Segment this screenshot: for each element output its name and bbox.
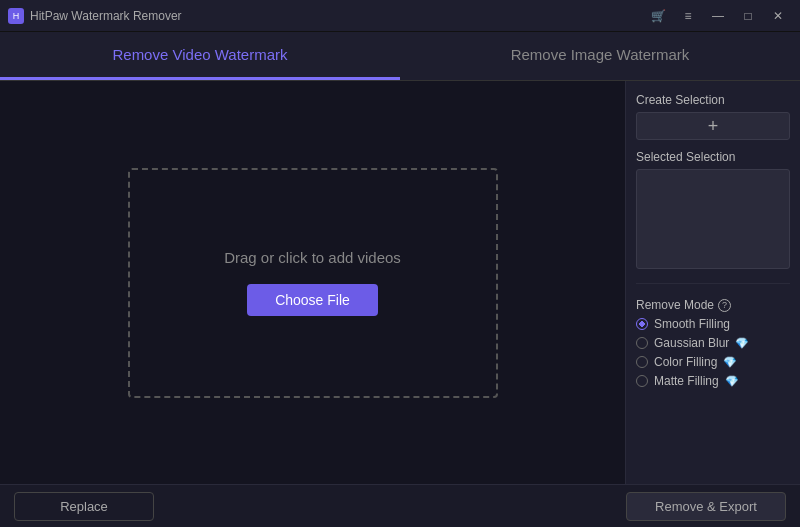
selected-selection-label: Selected Selection bbox=[636, 150, 790, 164]
remove-export-button[interactable]: Remove & Export bbox=[626, 492, 786, 521]
restore-button[interactable]: □ bbox=[734, 6, 762, 26]
menu-button[interactable]: ≡ bbox=[674, 6, 702, 26]
selected-selection-box bbox=[636, 169, 790, 269]
mode-gaussian[interactable]: Gaussian Blur 💎 bbox=[636, 336, 790, 350]
bottom-bar: Replace Remove & Export bbox=[0, 484, 800, 527]
create-selection-button[interactable]: + bbox=[636, 112, 790, 140]
tab-video[interactable]: Remove Video Watermark bbox=[0, 32, 400, 80]
divider bbox=[636, 283, 790, 284]
window-controls: 🛒 ≡ — □ ✕ bbox=[644, 6, 792, 26]
create-selection-label: Create Selection bbox=[636, 93, 790, 107]
title-bar: H HitPaw Watermark Remover 🛒 ≡ — □ ✕ bbox=[0, 0, 800, 32]
gem-icon-matte: 💎 bbox=[725, 375, 739, 388]
info-icon: ? bbox=[718, 299, 731, 312]
choose-file-button[interactable]: Choose File bbox=[247, 284, 378, 316]
radio-matte[interactable] bbox=[636, 375, 648, 387]
minimize-button[interactable]: — bbox=[704, 6, 732, 26]
replace-button[interactable]: Replace bbox=[14, 492, 154, 521]
drop-zone-text: Drag or click to add videos bbox=[224, 249, 401, 266]
close-button[interactable]: ✕ bbox=[764, 6, 792, 26]
content-area: Drag or click to add videos Choose File bbox=[0, 81, 625, 484]
radio-gaussian[interactable] bbox=[636, 337, 648, 349]
mode-smooth[interactable]: Smooth Filling bbox=[636, 317, 790, 331]
remove-mode-section: Remove Mode ? Smooth Filling Gaussian Bl… bbox=[636, 298, 790, 388]
create-selection-section: Create Selection + bbox=[636, 93, 790, 140]
app-title: HitPaw Watermark Remover bbox=[30, 9, 182, 23]
right-panel: Create Selection + Selected Selection Re… bbox=[625, 81, 800, 484]
selected-selection-section: Selected Selection bbox=[636, 150, 790, 269]
drop-zone[interactable]: Drag or click to add videos Choose File bbox=[128, 168, 498, 398]
gem-icon-color: 💎 bbox=[723, 356, 737, 369]
gem-icon-gaussian: 💎 bbox=[735, 337, 749, 350]
tab-bar: Remove Video Watermark Remove Image Wate… bbox=[0, 32, 800, 81]
remove-mode-label: Remove Mode ? bbox=[636, 298, 790, 312]
title-bar-left: H HitPaw Watermark Remover bbox=[8, 8, 182, 24]
cart-button[interactable]: 🛒 bbox=[644, 6, 672, 26]
mode-matte[interactable]: Matte Filling 💎 bbox=[636, 374, 790, 388]
tab-image[interactable]: Remove Image Watermark bbox=[400, 32, 800, 80]
main-area: Drag or click to add videos Choose File … bbox=[0, 81, 800, 484]
mode-color[interactable]: Color Filling 💎 bbox=[636, 355, 790, 369]
radio-smooth[interactable] bbox=[636, 318, 648, 330]
radio-color[interactable] bbox=[636, 356, 648, 368]
app-icon: H bbox=[8, 8, 24, 24]
